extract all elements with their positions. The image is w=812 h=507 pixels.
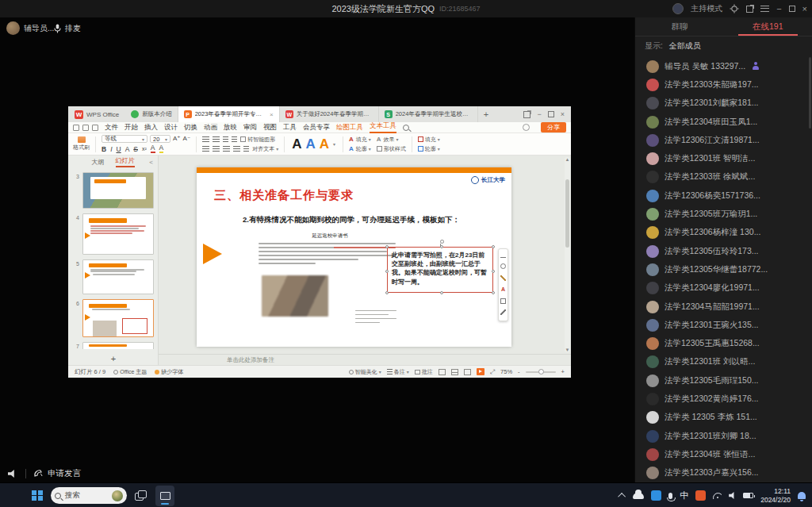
align-text-button[interactable]: 对齐文本▾ xyxy=(252,145,278,153)
shape-icon[interactable] xyxy=(500,298,506,304)
doc-tab-home[interactable]: 新版本介绍 xyxy=(125,106,178,122)
member-row[interactable]: 法学类12305华继蕾18772... xyxy=(635,260,812,278)
member-row[interactable]: 法学类12305班万瑜玥1... xyxy=(635,205,812,223)
resize-handle[interactable] xyxy=(385,245,389,248)
menu-item[interactable]: 放映 xyxy=(224,123,237,133)
menu-item[interactable]: 开始 xyxy=(124,123,138,133)
member-row[interactable]: 法学类12302黄尚婷176... xyxy=(635,390,812,408)
menu-icon[interactable] xyxy=(760,6,769,12)
shape-style-button[interactable]: 形状样式 xyxy=(377,145,406,153)
volume-icon[interactable] xyxy=(729,492,736,499)
italic-button[interactable]: I xyxy=(110,145,112,153)
zoom-slider[interactable] xyxy=(526,371,556,373)
normal-view-icon[interactable] xyxy=(439,369,446,375)
slide-thumbnail-3[interactable]: 3 xyxy=(68,170,159,211)
tab-group-chat[interactable]: 群聊 xyxy=(635,17,724,36)
member-row[interactable]: 法学12305王禹惠15268... xyxy=(635,334,812,352)
member-row[interactable]: 法学类12304班 张恒语... xyxy=(635,445,812,463)
member-row[interactable]: 法学类12304班田玉凤1... xyxy=(635,113,812,131)
fullscreen-icon[interactable]: ⤢ xyxy=(490,368,495,376)
shape-fill-button[interactable]: 填充▾ xyxy=(418,136,440,144)
tab-online-members[interactable]: 在线191 xyxy=(724,17,812,36)
menu-item[interactable]: 切换 xyxy=(184,123,197,133)
smart-graphic-button[interactable]: 转智能图形 xyxy=(240,136,275,144)
shrink-font-icon[interactable]: A⁻ xyxy=(183,135,191,143)
tab-close-icon[interactable]: × xyxy=(270,111,274,118)
text-outline-button[interactable]: A轮廓▾ xyxy=(349,145,371,153)
zoom-out-button[interactable]: - xyxy=(518,368,520,375)
member-row[interactable]: 法学类12301班 刘以晤... xyxy=(635,353,812,371)
rotate-handle[interactable] xyxy=(440,240,444,244)
menu-item[interactable]: 会员专享 xyxy=(303,123,330,133)
qq-tray-icon[interactable] xyxy=(651,490,661,501)
tab-slides[interactable]: 幻灯片 xyxy=(116,156,135,167)
shape-outline-button[interactable]: 轮廓▾ xyxy=(418,145,440,153)
collapse-panel-icon[interactable]: < xyxy=(149,159,153,166)
member-row[interactable]: 法学类 12305 李炼 151... xyxy=(635,409,812,427)
menu-item[interactable]: 审阅 xyxy=(243,123,257,133)
member-row[interactable]: 法学12306杨奕1571736... xyxy=(635,186,812,205)
member-row[interactable]: 法学类12303班 徐斌斌... xyxy=(635,168,812,186)
text-style-orange[interactable]: A xyxy=(320,137,329,151)
text-effect-button[interactable]: A效果▾ xyxy=(377,136,406,144)
align-right-icon[interactable] xyxy=(223,146,230,152)
slide-thumbnail-5[interactable]: 5 xyxy=(68,257,159,297)
notifications-bell-icon[interactable] xyxy=(798,492,806,499)
presenter-chip[interactable]: 辅导员... xyxy=(6,21,54,35)
menu-item[interactable]: 插入 xyxy=(144,123,158,133)
notes-button[interactable]: 备注▾ xyxy=(387,368,409,376)
active-app-button[interactable] xyxy=(155,486,174,506)
menu-item[interactable]: 绘图工具 xyxy=(336,123,363,133)
justify-icon[interactable] xyxy=(233,146,240,152)
font-size-select[interactable]: 20▾ xyxy=(150,135,170,143)
doc-tab-ppt[interactable]: P2023年春季学期开学专题班...× xyxy=(178,106,280,122)
bold-button[interactable]: B xyxy=(102,145,106,153)
text-fill-button[interactable]: A填充▾ xyxy=(349,136,371,144)
member-row[interactable]: 法学12306江文清19871... xyxy=(635,131,812,149)
new-tab-button[interactable]: + xyxy=(478,106,494,122)
missing-font-warning[interactable]: 缺少字体 xyxy=(155,368,183,376)
align-center-icon[interactable] xyxy=(213,146,220,152)
doc-tab-word[interactable]: W关于做好2024年春季学期开学工作的... xyxy=(280,106,379,122)
add-slide-button[interactable]: + xyxy=(68,354,159,363)
ime-indicator[interactable]: 中 xyxy=(680,490,688,501)
numbering-icon[interactable] xyxy=(213,136,220,143)
collapse-icon[interactable] xyxy=(500,257,506,258)
cloud-tray-icon[interactable] xyxy=(633,493,644,499)
menu-item[interactable]: 动画 xyxy=(204,123,217,133)
text-style-blue[interactable]: A xyxy=(305,137,315,151)
menu-item[interactable]: 工具 xyxy=(283,123,297,133)
bullets-icon[interactable] xyxy=(202,136,209,143)
member-row[interactable]: 法学类12303朱韶璐197... xyxy=(635,75,812,94)
taskbar-clock[interactable]: 12:11 2024/2/20 xyxy=(760,487,791,504)
share-button[interactable]: 分享 xyxy=(541,122,566,133)
maximize-button[interactable] xyxy=(789,6,795,12)
slide-thumbnail-4[interactable]: 4 xyxy=(68,211,159,257)
text-style-black[interactable]: A xyxy=(292,137,301,151)
annotation-text-box[interactable]: 此申请需手写拍照，在2月23日前交至副班处，由副班统一汇总于我。如果不能确定返校… xyxy=(387,247,493,293)
wps-restore-button[interactable] xyxy=(548,111,554,117)
wps-layout-icon[interactable] xyxy=(523,111,530,118)
format-painter-button[interactable]: 格式刷 xyxy=(73,136,90,152)
member-list-scrollbar[interactable] xyxy=(809,57,811,129)
member-row[interactable]: 辅导员 吴敏 133297... xyxy=(635,57,812,75)
member-row[interactable]: 法学12304马韶韶19971... xyxy=(635,298,812,316)
queue-mic-button[interactable]: 排麦 xyxy=(54,23,81,34)
filter-value[interactable]: 全部成员 xyxy=(669,40,701,52)
windows-start-button[interactable] xyxy=(32,490,43,501)
request-speak-button[interactable]: 申请发言 xyxy=(33,468,81,479)
resize-handle[interactable] xyxy=(385,270,389,273)
resize-handle[interactable] xyxy=(492,270,495,273)
settings-gear-icon[interactable] xyxy=(730,4,739,13)
wifi-icon[interactable] xyxy=(713,493,722,499)
smart-beautify-button[interactable]: 智能美化▾ xyxy=(349,368,381,376)
char-spacing-button[interactable]: A xyxy=(125,145,130,153)
text-preset-styles[interactable]: A A A ▾ xyxy=(290,137,337,151)
notes-bar[interactable]: 单击此处添加备注 xyxy=(159,354,571,365)
grow-font-icon[interactable]: A⁺ xyxy=(173,135,181,143)
superscript-button[interactable]: x² xyxy=(142,146,147,152)
current-slide[interactable]: 长江大学 三、相关准备工作与要求 2.有特殊情况不能如期到校的同学，可办理延迟手… xyxy=(197,167,511,347)
font-color-icon[interactable]: A xyxy=(500,286,506,292)
align-left-icon[interactable] xyxy=(202,146,209,152)
sorter-view-icon[interactable] xyxy=(451,369,458,375)
